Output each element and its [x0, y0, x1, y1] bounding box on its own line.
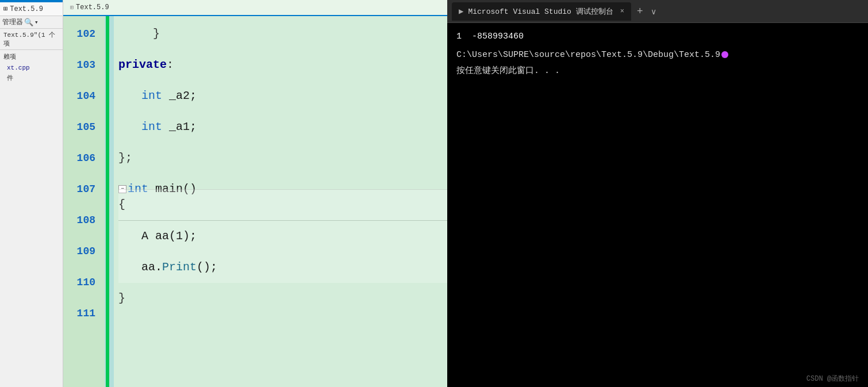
editor-content[interactable]: 102 103 104 105 106 107 108 109 110 111 … — [63, 16, 447, 387]
sidebar-search[interactable]: 管理器 🔍 ▾ — [0, 16, 63, 29]
sidebar-title: ⊞ Text.5.9 — [0, 2, 63, 16]
manager-label: 管理器 — [2, 17, 23, 27]
code-line-103: private: — [118, 49, 447, 81]
sidebar-icon: ⊞ — [3, 5, 7, 13]
line-num-103: 103 — [63, 49, 100, 81]
code-area: 102 103 104 105 106 107 108 109 110 111 … — [63, 16, 447, 387]
code-line-102: } — [118, 18, 447, 49]
gutter — [105, 16, 114, 387]
terminal-add-button[interactable]: + — [633, 5, 647, 17]
code-line-111: } — [118, 283, 447, 314]
terminal-tab[interactable]: ▶ Microsoft Visual Studio 调试控制台 × — [452, 2, 631, 21]
terminal-tab-title: Microsoft Visual Studio 调试控制台 — [468, 6, 613, 17]
line-num-105: 105 — [63, 112, 100, 143]
file-item-2[interactable]: 件 — [0, 72, 63, 83]
code-line-104: int _a2; — [118, 81, 447, 112]
line-num-106: 106 — [63, 143, 100, 174]
terminal-footer: CSDN @函数指针 — [447, 370, 868, 387]
terminal-prompt: 按任意键关闭此窗口. . . — [456, 64, 859, 78]
sidebar: ⊞ Text.5.9 管理器 🔍 ▾ Text.5.9"(1 个项 赖项 xt.… — [0, 0, 63, 387]
line-num-110: 110 — [63, 267, 100, 298]
terminal-tab-bar: ▶ Microsoft Visual Studio 调试控制台 × + ∨ — [447, 0, 868, 23]
line-num-111: 111 — [63, 298, 100, 329]
code-line-110: aa.Print(); — [118, 252, 447, 283]
terminal-path: C:\Users\SUPRE\source\repos\Text.5.9\Deb… — [456, 48, 859, 62]
dep-label: 赖项 — [0, 50, 63, 63]
terminal-tab-close[interactable]: × — [620, 7, 624, 16]
terminal-panel: ▶ Microsoft Visual Studio 调试控制台 × + ∨ 1 … — [447, 0, 868, 387]
editor-tab[interactable]: ⊞ Text.5.9 — [63, 0, 447, 16]
line-num-108: 108 — [63, 205, 100, 236]
line-num-107: 107 — [63, 174, 100, 205]
tab-title: Text.5.9 — [76, 3, 109, 12]
line-numbers: 102 103 104 105 106 107 108 109 110 111 — [63, 16, 105, 387]
code-line-106: }; — [118, 143, 447, 174]
terminal-content: 1 -858993460 C:\Users\SUPRE\source\repos… — [447, 23, 868, 370]
line-num-109: 109 — [63, 236, 100, 267]
code-line-109: A aa(1); — [118, 221, 447, 252]
gutter-green-bar — [106, 16, 109, 387]
terminal-dropdown-button[interactable]: ∨ — [648, 7, 659, 16]
editor-panel: ⊞ Text.5.9 102 103 104 105 106 107 108 1… — [63, 0, 447, 387]
terminal-output-1: 1 -858993460 — [456, 30, 859, 44]
tab-icon: ⊞ — [70, 4, 74, 11]
file-item-cpp[interactable]: xt.cpp — [0, 63, 63, 72]
line-num-104: 104 — [63, 81, 100, 112]
code-line-108: { — [118, 189, 447, 220]
code-lines[interactable]: } private: int _a2; int _a1; }; — [114, 16, 447, 387]
solution-label: Text.5.9"(1 个项 — [0, 29, 63, 50]
code-line-105: int _a1; — [118, 112, 447, 143]
line-num-102: 102 — [63, 18, 100, 49]
sidebar-spacer — [0, 83, 63, 387]
search-icon[interactable]: 🔍 — [24, 18, 33, 27]
search-expand[interactable]: ▾ — [34, 18, 39, 26]
terminal-cursor — [721, 51, 728, 58]
terminal-tab-icon: ▶ — [459, 6, 463, 16]
